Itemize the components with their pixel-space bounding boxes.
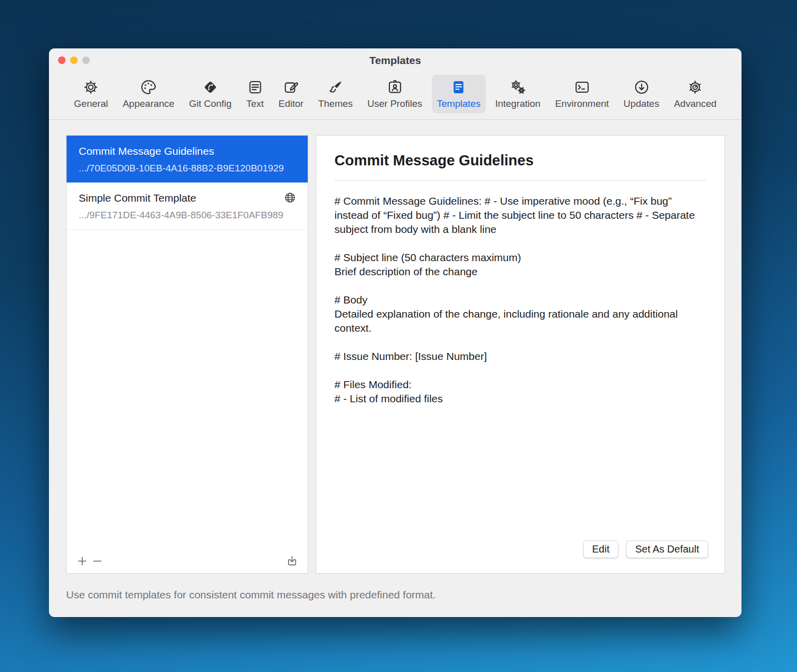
template-list: Commit Message Guidelines .../70E05D0B-1… xyxy=(66,135,308,574)
toolbar-item-appearance[interactable]: Appearance xyxy=(118,75,179,113)
window-title: Templates xyxy=(49,48,742,73)
template-body-paragraph: # Subject line (50 characters maximum) B… xyxy=(334,251,706,279)
gears-icon xyxy=(509,79,527,96)
toolbar-item-label: General xyxy=(74,98,108,109)
template-path: .../70E05D0B-10EB-4A16-88B2-B9E120B01929 xyxy=(79,163,296,174)
toolbar-item-label: Integration xyxy=(495,98,541,109)
download-circle-icon xyxy=(633,79,650,96)
remove-template-button[interactable] xyxy=(90,554,105,569)
toolbar-item-label: Appearance xyxy=(123,98,174,109)
toolbar-item-label: User Profiles xyxy=(367,98,422,109)
set-as-default-button[interactable]: Set As Default xyxy=(626,540,708,558)
toolbar-item-general[interactable]: General xyxy=(69,75,113,113)
palette-icon xyxy=(140,79,157,96)
toolbar-item-text[interactable]: Text xyxy=(241,75,269,113)
template-body-paragraph: # Commit Message Guidelines: # - Use imp… xyxy=(334,194,706,236)
toolbar-item-label: Editor xyxy=(278,98,304,109)
template-body-paragraph: # Files Modified: # - List of modified f… xyxy=(334,378,706,406)
toolbar-item-themes[interactable]: Themes xyxy=(313,75,358,113)
template-body-paragraph: # Body Detailed explanation of the chang… xyxy=(334,293,706,335)
toolbar-item-editor[interactable]: Editor xyxy=(273,75,309,113)
edit-button[interactable]: Edit xyxy=(583,540,618,558)
titlebar: Templates xyxy=(49,48,742,72)
advanced-gear-icon xyxy=(687,79,704,96)
toolbar-item-label: Advanced xyxy=(674,98,717,109)
globe-icon xyxy=(283,191,297,204)
zoom-button[interactable] xyxy=(82,56,90,64)
list-footer xyxy=(75,553,300,569)
toolbar-item-label: Environment xyxy=(555,98,609,109)
toolbar-item-updates[interactable]: Updates xyxy=(618,75,664,113)
toolbar-item-label: Text xyxy=(246,98,264,109)
detail-divider xyxy=(334,180,706,180)
text-doc-icon xyxy=(247,79,264,96)
toolbar-item-advanced[interactable]: Advanced xyxy=(669,75,722,113)
traffic-lights xyxy=(58,56,90,64)
template-detail: Commit Message Guidelines # Commit Messa… xyxy=(316,135,725,574)
add-template-button[interactable] xyxy=(75,554,90,569)
template-path: .../9FE171DE-4463-4A9B-8506-33E1F0AFB989 xyxy=(79,210,296,221)
terminal-icon xyxy=(574,79,591,96)
toolbar-item-git-config[interactable]: Git Config xyxy=(184,75,237,113)
gear-icon xyxy=(82,79,99,96)
toolbar-item-user-profiles[interactable]: User Profiles xyxy=(362,75,427,113)
footer-caption: Use commit templates for consistent comm… xyxy=(66,589,436,601)
template-body-paragraph: # Issue Number: [Issue Number] xyxy=(334,349,706,363)
preferences-window: Templates General Appearance Git Config … xyxy=(49,48,742,617)
toolbar-item-label: Templates xyxy=(437,98,481,109)
template-doc-icon xyxy=(450,79,467,96)
import-template-button[interactable] xyxy=(284,554,300,569)
user-card-icon xyxy=(386,79,404,96)
toolbar-item-environment[interactable]: Environment xyxy=(550,75,614,113)
toolbar-item-label: Updates xyxy=(623,98,659,109)
toolbar-item-integration[interactable]: Integration xyxy=(490,75,546,113)
git-branch-icon xyxy=(202,79,219,96)
toolbar-item-label: Themes xyxy=(318,98,353,109)
preferences-toolbar: General Appearance Git Config Text Edito… xyxy=(49,72,742,120)
pencil-square-icon xyxy=(282,79,300,96)
template-list-item[interactable]: Simple Commit Template .../9FE171DE-4463… xyxy=(67,182,308,230)
template-body: # Commit Message Guidelines: # - Use imp… xyxy=(334,194,706,406)
paintbrush-icon xyxy=(327,79,344,96)
toolbar-item-templates[interactable]: Templates xyxy=(432,75,486,113)
template-title: Commit Message Guidelines xyxy=(79,145,296,157)
toolbar-item-label: Git Config xyxy=(189,98,232,109)
detail-buttons: Edit Set As Default xyxy=(583,540,708,558)
minimize-button[interactable] xyxy=(70,56,78,64)
template-list-item[interactable]: Commit Message Guidelines .../70E05D0B-1… xyxy=(67,136,308,182)
detail-title: Commit Message Guidelines xyxy=(334,152,706,169)
close-button[interactable] xyxy=(58,56,66,64)
template-title: Simple Commit Template xyxy=(79,192,296,204)
